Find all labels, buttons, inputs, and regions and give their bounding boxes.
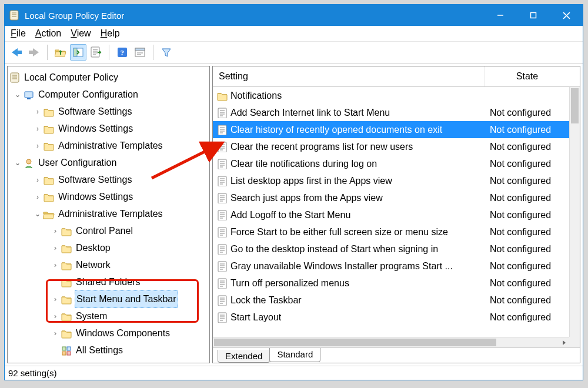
chevron-right-icon[interactable]: › — [51, 325, 59, 342]
tree-uc-admin[interactable]: ⌄ Administrative Templates — [9, 205, 208, 222]
forward-button[interactable] — [26, 44, 42, 61]
horizontal-scrollbar[interactable] — [213, 337, 569, 347]
tree-cc-windows[interactable]: › Windows Settings — [9, 120, 208, 137]
close-button[interactable] — [550, 5, 583, 26]
chevron-right-icon[interactable]: › — [51, 308, 59, 325]
computer-icon — [23, 89, 35, 101]
list-item-label: Turn off personalized menus — [230, 278, 490, 289]
back-button[interactable] — [8, 44, 25, 61]
chevron-down-icon[interactable]: ⌄ — [34, 206, 42, 222]
chevron-right-icon[interactable]: › — [34, 189, 42, 205]
folder-icon — [61, 225, 72, 237]
tree-label: Windows Components — [75, 325, 171, 342]
list-row[interactable]: Add Search Internet link to Start MenuNo… — [213, 104, 569, 121]
chevron-right-icon[interactable]: › — [34, 138, 42, 154]
up-folder-button[interactable] — [52, 44, 69, 61]
list-row[interactable]: Search just apps from the Apps viewNot c… — [213, 189, 569, 206]
chevron-right-icon[interactable]: › — [34, 103, 42, 120]
tree-label: Control Panel — [75, 223, 134, 239]
policy-icon — [216, 158, 228, 170]
list-row[interactable]: Lock the TaskbarNot configured — [213, 292, 569, 309]
menu-view[interactable]: View — [71, 28, 91, 39]
tabstrip: Extended Standard — [213, 347, 580, 363]
list-item-state: Not configured — [490, 159, 569, 169]
list-row[interactable]: Clear history of recently opened documen… — [213, 121, 569, 138]
tree-control-panel[interactable]: › Control Panel — [9, 222, 208, 239]
tree-network[interactable]: › Network — [9, 256, 208, 273]
tree-pane: Local Computer Policy ⌄ Computer Configu… — [7, 66, 210, 363]
list-item-label: Start Layout — [230, 312, 490, 323]
tree-windows-components[interactable]: › Windows Components — [9, 325, 208, 342]
svg-rect-17 — [531, 13, 536, 18]
list-item-state: Not configured — [490, 176, 569, 186]
folder-icon — [43, 106, 55, 118]
list-row[interactable]: Notifications — [213, 87, 569, 104]
help-button[interactable]: ? — [114, 44, 131, 61]
tree[interactable]: Local Computer Policy ⌄ Computer Configu… — [8, 66, 209, 361]
maximize-button[interactable] — [517, 5, 550, 26]
titlebar[interactable]: Local Group Policy Editor — [5, 5, 583, 26]
list-item-label: Add Search Internet link to Start Menu — [230, 108, 490, 118]
list-row[interactable]: Add Logoff to the Start MenuNot configur… — [213, 206, 569, 223]
list-row[interactable]: Clear tile notifications during log onNo… — [213, 155, 569, 172]
list-row[interactable]: List desktop apps first in the Apps view… — [213, 172, 569, 189]
tree-cc-software[interactable]: › Software Settings — [9, 103, 208, 120]
tree-shared-folders[interactable]: Shared Folders — [9, 273, 208, 290]
tree-uc-software[interactable]: › Software Settings — [9, 171, 208, 188]
list-row[interactable]: Force Start to be either full screen siz… — [213, 223, 569, 240]
properties-button[interactable] — [132, 44, 148, 61]
list-row[interactable]: Clear the recent programs list for new u… — [213, 138, 569, 155]
filter-button[interactable] — [158, 44, 175, 61]
list-item-state: Not configured — [490, 193, 569, 203]
folder-icon — [61, 242, 72, 254]
tree-cc-admin[interactable]: › Administrative Templates — [9, 137, 208, 154]
tree-label: Local Computer Policy — [23, 69, 119, 86]
chevron-right-icon[interactable]: › — [34, 172, 42, 188]
tab-extended[interactable]: Extended — [218, 350, 270, 363]
chevron-right-icon[interactable]: › — [51, 240, 59, 256]
policy-icon — [216, 312, 228, 323]
vertical-scrollbar[interactable] — [569, 87, 580, 337]
chevron-right-icon[interactable]: › — [51, 257, 59, 273]
list-item-state: Not configured — [490, 108, 569, 118]
col-setting[interactable]: Setting — [213, 66, 485, 86]
list-item-label: List desktop apps first in the Apps view — [230, 176, 490, 186]
list-item-label: Clear the recent programs list for new u… — [230, 142, 490, 152]
chevron-right-icon[interactable]: › — [51, 223, 59, 239]
policy-icon — [216, 260, 228, 272]
export-button[interactable] — [88, 44, 104, 61]
policy-icon — [216, 209, 228, 221]
tree-computer-config[interactable]: ⌄ Computer Configuration — [9, 86, 208, 103]
tab-standard[interactable]: Standard — [269, 348, 320, 362]
folder-icon — [61, 259, 72, 271]
list-row[interactable]: Turn off personalized menusNot configure… — [213, 275, 569, 292]
list-row[interactable]: Go to the desktop instead of Start when … — [213, 240, 569, 257]
list-body: NotificationsAdd Search Internet link to… — [213, 87, 580, 347]
tree-root[interactable]: Local Computer Policy — [9, 69, 208, 86]
scroll-right-icon[interactable] — [559, 337, 569, 347]
tree-all-settings[interactable]: All Settings — [9, 342, 208, 359]
chevron-right-icon[interactable]: › — [34, 121, 42, 137]
chevron-down-icon[interactable]: ⌄ — [14, 155, 22, 171]
show-hide-tree-button[interactable] — [70, 44, 86, 61]
chevron-down-icon[interactable]: ⌄ — [14, 86, 22, 103]
col-state[interactable]: State — [485, 66, 569, 86]
menu-help[interactable]: Help — [101, 28, 120, 39]
list-item-label: Gray unavailable Windows Installer progr… — [230, 261, 490, 272]
list-row[interactable]: Start LayoutNot configured — [213, 309, 569, 326]
chevron-right-icon[interactable]: › — [51, 291, 59, 307]
status-text: 92 setting(s) — [8, 368, 57, 378]
tree-user-config[interactable]: ⌄ User Configuration — [9, 154, 208, 171]
tree-desktop[interactable]: › Desktop — [9, 239, 208, 256]
policy-icon — [216, 243, 228, 255]
tree-uc-windows[interactable]: › Windows Settings — [9, 188, 208, 205]
list-row[interactable]: Gray unavailable Windows Installer progr… — [213, 257, 569, 275]
tree-system[interactable]: › System — [9, 307, 208, 325]
list-item-state: Not configured — [490, 278, 569, 289]
minimize-button[interactable] — [484, 5, 517, 26]
menu-file[interactable]: File — [11, 28, 26, 39]
policy-icon — [216, 107, 228, 119]
tree-start-menu-taskbar[interactable]: › Start Menu and Taskbar — [9, 290, 208, 307]
policy-icon — [216, 175, 228, 187]
menu-action[interactable]: Action — [35, 28, 61, 39]
